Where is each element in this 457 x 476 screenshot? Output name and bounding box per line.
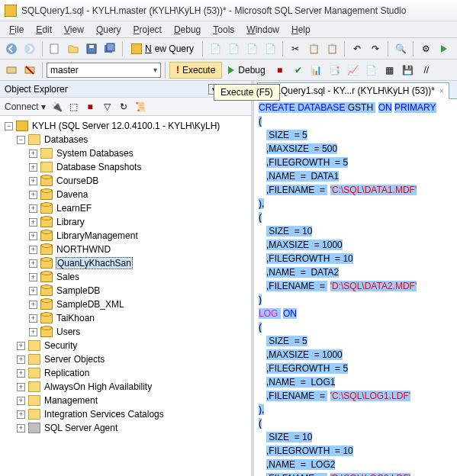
editor-tab[interactable]: SQLQuery1.sql - KY...r (KYLH\KyLH (53))*…: [257, 82, 449, 99]
tree-db-node[interactable]: +NORTHWND: [2, 243, 249, 256]
expand-icon[interactable]: +: [29, 287, 37, 295]
tree-db-node[interactable]: +System Databases: [2, 146, 249, 160]
expand-icon[interactable]: +: [29, 232, 37, 240]
tree-db-node[interactable]: +SampleDB_XML: [2, 298, 249, 311]
expand-icon[interactable]: +: [29, 150, 37, 158]
undo-button[interactable]: ↶: [349, 40, 365, 57]
start-button[interactable]: [436, 40, 452, 57]
tree-db-node[interactable]: +LearnEF: [2, 201, 249, 215]
comment-button[interactable]: //: [418, 62, 435, 79]
expand-icon[interactable]: +: [29, 177, 37, 185]
tree-server-node[interactable]: − KYLH (SQL Server 12.0.4100.1 - KYLH\Ky…: [2, 119, 249, 133]
tree-folder-node[interactable]: +Security: [2, 339, 249, 352]
expand-icon[interactable]: +: [29, 301, 37, 309]
expand-icon[interactable]: +: [29, 328, 37, 336]
stats-button[interactable]: 📈: [345, 62, 362, 79]
expand-icon[interactable]: +: [17, 424, 25, 433]
expand-icon[interactable]: +: [17, 397, 25, 405]
forward-button[interactable]: [21, 40, 38, 57]
expand-icon[interactable]: +: [29, 314, 37, 323]
script-icon[interactable]: 📜: [134, 101, 146, 113]
menu-edit[interactable]: Edit: [31, 23, 56, 37]
database-selector-value: master: [50, 65, 79, 76]
menu-view[interactable]: View: [60, 23, 89, 37]
object-explorer-tree[interactable]: − KYLH (SQL Server 12.0.4100.1 - KYLH\Ky…: [0, 116, 251, 476]
expand-icon[interactable]: +: [17, 342, 25, 350]
collapse-icon[interactable]: −: [17, 136, 25, 144]
save-all-button[interactable]: [101, 40, 118, 57]
parse-button[interactable]: ✔: [290, 62, 307, 79]
save-button[interactable]: [83, 40, 100, 57]
dmx-icon[interactable]: 📄: [243, 40, 260, 57]
disconnect-icon[interactable]: ⬚: [67, 101, 79, 113]
tree-db-node[interactable]: +LibraryManagement: [2, 229, 249, 243]
new-project-button[interactable]: [47, 40, 63, 57]
expand-icon[interactable]: +: [29, 191, 37, 199]
menu-file[interactable]: File: [5, 23, 28, 37]
debug-button[interactable]: Debug: [224, 62, 269, 79]
tree-db-node[interactable]: +QuanLyKhachSan: [2, 256, 249, 270]
sql-editor[interactable]: CREATE DATABASE GSTH ON PRIMARY( SIZE = …: [254, 99, 457, 476]
stop-icon[interactable]: ■: [84, 101, 96, 113]
tree-sql-agent-node[interactable]: + SQL Server Agent: [2, 421, 249, 435]
database-selector[interactable]: master ▾: [47, 63, 161, 78]
tree-db-node[interactable]: +Davena: [2, 188, 249, 201]
tree-folder-node[interactable]: +Replication: [2, 366, 249, 380]
tools-button[interactable]: ⚙: [417, 40, 434, 57]
mdx-icon[interactable]: 📄: [225, 40, 242, 57]
menu-project[interactable]: Project: [129, 23, 166, 37]
tree-databases-node[interactable]: − Databases: [2, 133, 249, 146]
menu-window[interactable]: Window: [242, 23, 284, 37]
tree-db-node[interactable]: +TaiKhoan: [2, 311, 249, 325]
copy-button[interactable]: 📋: [305, 40, 322, 57]
expand-icon[interactable]: +: [29, 246, 37, 254]
connect-dropdown[interactable]: Connect ▾: [5, 101, 46, 112]
expand-icon[interactable]: +: [29, 259, 37, 268]
de-icon[interactable]: 📄: [207, 40, 224, 57]
expand-icon[interactable]: +: [17, 369, 25, 378]
menu-help[interactable]: Help: [287, 23, 315, 37]
include-plan-button[interactable]: 📑: [327, 62, 343, 79]
tree-db-node[interactable]: +Library: [2, 215, 249, 229]
expand-icon[interactable]: +: [17, 355, 25, 364]
open-button[interactable]: [65, 40, 82, 57]
tree-db-node[interactable]: +SampleDB: [2, 284, 249, 298]
tree-db-node[interactable]: +Users: [2, 325, 249, 339]
expand-icon[interactable]: +: [29, 218, 37, 227]
connect-icon[interactable]: 🔌: [50, 101, 63, 113]
menu-debug[interactable]: Debug: [169, 23, 205, 37]
menu-tools[interactable]: Tools: [208, 23, 239, 37]
results-grid-button[interactable]: ▦: [381, 62, 398, 79]
xmla-icon[interactable]: 📄: [262, 40, 278, 57]
find-button[interactable]: 🔍: [392, 40, 409, 57]
close-icon[interactable]: ×: [439, 87, 444, 95]
expand-icon[interactable]: +: [17, 410, 25, 419]
results-file-button[interactable]: 💾: [400, 62, 417, 79]
tree-folder-node[interactable]: +Management: [2, 394, 249, 407]
tree-db-node[interactable]: +CourseDB: [2, 174, 249, 188]
redo-button[interactable]: ↷: [367, 40, 384, 57]
tree-db-node[interactable]: +Sales: [2, 270, 249, 284]
back-button[interactable]: [3, 40, 20, 57]
tree-folder-node[interactable]: +AlwaysOn High Availability: [2, 380, 249, 394]
tree-db-node[interactable]: +Database Snapshots: [2, 160, 249, 174]
menu-query[interactable]: Query: [92, 23, 126, 37]
tree-folder-node[interactable]: +Integration Services Catalogs: [2, 407, 249, 421]
disconnect-button[interactable]: [21, 62, 38, 79]
refresh-icon[interactable]: ↻: [117, 101, 130, 113]
paste-button[interactable]: 📋: [323, 40, 340, 57]
execute-button[interactable]: ! Execute: [169, 62, 222, 79]
tree-folder-node[interactable]: +Server Objects: [2, 352, 249, 366]
expand-icon[interactable]: +: [29, 163, 37, 172]
change-connection-button[interactable]: [3, 62, 20, 79]
expand-icon[interactable]: +: [29, 204, 37, 213]
collapse-icon[interactable]: −: [5, 122, 13, 130]
cut-button[interactable]: ✂: [287, 40, 304, 57]
new-query-button[interactable]: New Query: [127, 40, 198, 57]
results-text-button[interactable]: 📄: [363, 62, 380, 79]
expand-icon[interactable]: +: [17, 383, 25, 391]
stop-button[interactable]: ■: [272, 62, 288, 79]
expand-icon[interactable]: +: [29, 273, 37, 281]
display-plan-button[interactable]: 📊: [308, 62, 325, 79]
filter-icon[interactable]: ▽: [101, 101, 113, 113]
